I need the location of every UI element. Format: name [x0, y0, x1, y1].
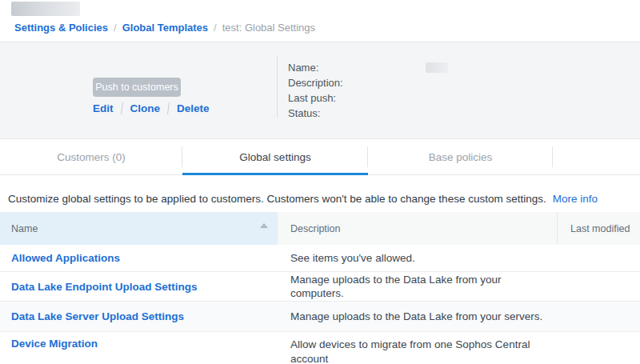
redacted-name-value [426, 62, 448, 73]
column-header-name[interactable]: Name [0, 212, 278, 245]
column-header-last-modified[interactable]: Last modified [557, 212, 640, 245]
global-settings-intro-text: Customize global settings to be applied … [8, 192, 632, 206]
action-divider [120, 102, 122, 114]
tab-divider [552, 146, 553, 167]
description-field-label: Description: [288, 75, 343, 90]
template-info-fields: Name: Description: Last push: Status: [288, 60, 343, 121]
header-vertical-divider [277, 56, 278, 118]
row-last-modified-cell [557, 332, 640, 364]
tab-global-settings-label: Global settings [239, 151, 310, 163]
push-to-customers-button[interactable]: Push to customers [93, 78, 181, 97]
table-row-data-lake-endpoint[interactable]: Data Lake Endpoint Upload Settings Manag… [0, 272, 640, 302]
row-name-cell: Device Migration [0, 332, 278, 364]
settings-table-body: Allowed Applications See items you've al… [0, 245, 640, 364]
template-actions-panel: Push to customers Edit Clone Delete [0, 42, 277, 138]
top-bar: Settings & Policies/Global Templates/tes… [0, 0, 640, 42]
redacted-page-title [11, 2, 80, 16]
row-name-cell: Allowed Applications [0, 245, 278, 271]
breadcrumb-current-item: test: Global Settings [222, 22, 315, 34]
delete-link[interactable]: Delete [177, 102, 210, 114]
tab-base-policies-label: Base policies [429, 151, 493, 163]
row-description-cell: Manage uploads to the Data Lake from you… [278, 272, 557, 301]
template-header-panel: Push to customers Edit Clone Delete Name… [0, 42, 640, 139]
edit-link[interactable]: Edit [93, 102, 114, 114]
sort-ascending-icon [260, 223, 268, 228]
row-description-cell: Manage uploads to the Data Lake from you… [278, 302, 557, 331]
row-last-modified-cell [557, 272, 640, 301]
more-info-link[interactable]: More info [553, 193, 598, 205]
device-migration-link[interactable]: Device Migration [11, 338, 98, 350]
table-row-allowed-applications[interactable]: Allowed Applications See items you've al… [0, 245, 640, 272]
template-action-links: Edit Clone Delete [93, 101, 210, 115]
row-description-cell: See items you've allowed. [278, 245, 557, 271]
row-name-cell: Data Lake Endpoint Upload Settings [0, 272, 278, 301]
intro-sentence: Customize global settings to be applied … [8, 193, 546, 205]
sophos-central-global-template-page: Settings & Policies/Global Templates/tes… [0, 0, 640, 364]
action-divider [167, 102, 170, 114]
data-lake-endpoint-upload-settings-link[interactable]: Data Lake Endpoint Upload Settings [11, 281, 198, 293]
clone-link[interactable]: Clone [130, 102, 161, 114]
tab-base-policies[interactable]: Base policies [368, 139, 553, 174]
name-field-label: Name: [288, 60, 343, 75]
table-row-device-migration[interactable]: Device Migration Allow devices to migrat… [0, 332, 640, 364]
row-name-cell: Data Lake Server Upload Settings [0, 302, 278, 331]
breadcrumb-link-settings-policies[interactable]: Settings & Policies [14, 22, 108, 34]
breadcrumb-separator: / [214, 22, 217, 34]
tab-customers[interactable]: Customers (0) [0, 139, 182, 174]
row-last-modified-cell [557, 245, 640, 271]
breadcrumb-separator: / [114, 22, 117, 34]
column-header-name-label: Name [11, 223, 38, 234]
table-row-data-lake-server[interactable]: Data Lake Server Upload Settings Manage … [0, 302, 640, 332]
row-last-modified-cell [557, 302, 640, 331]
data-lake-server-upload-settings-link[interactable]: Data Lake Server Upload Settings [11, 310, 184, 322]
allowed-applications-link[interactable]: Allowed Applications [11, 252, 120, 264]
status-field-label: Status: [288, 106, 343, 121]
tab-bar: Customers (0) Global settings Base polic… [0, 139, 640, 175]
breadcrumb: Settings & Policies/Global Templates/tes… [14, 22, 315, 34]
last-push-field-label: Last push: [288, 90, 343, 106]
column-header-last-modified-label: Last modified [570, 223, 630, 234]
column-header-description[interactable]: Description [278, 212, 557, 245]
settings-table-header: Name Description Last modified [0, 212, 640, 245]
tab-customers-label: Customers (0) [57, 151, 126, 163]
column-header-description-label: Description [290, 223, 341, 234]
row-description-cell: Allow devices to migrate from one Sophos… [278, 332, 557, 364]
tab-global-settings[interactable]: Global settings [182, 139, 368, 174]
breadcrumb-link-global-templates[interactable]: Global Templates [122, 22, 208, 34]
